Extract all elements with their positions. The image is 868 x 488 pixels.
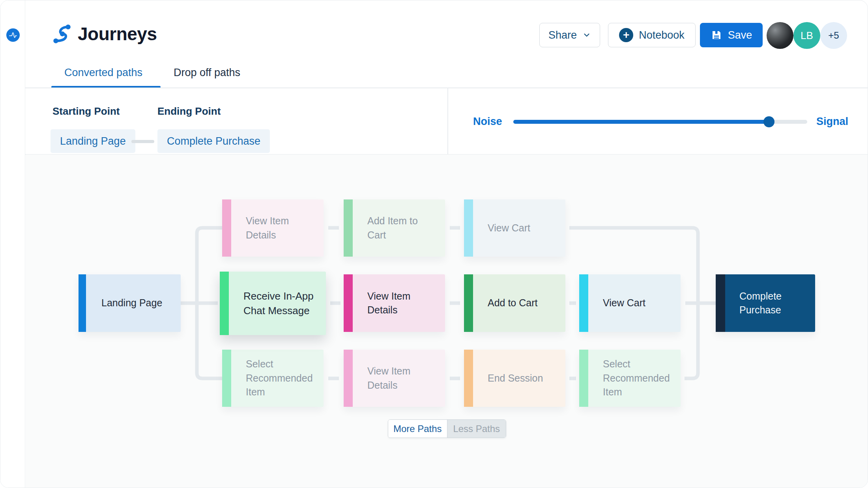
node-accent-bar <box>464 274 473 332</box>
node-label: View Item Details <box>367 289 439 317</box>
flow-node-view-item-details[interactable]: View Item Details <box>344 350 445 407</box>
flow-node-view-item-details[interactable]: View Item Details <box>344 274 445 332</box>
flow-node-view-cart[interactable]: View Cart <box>579 274 681 332</box>
node-accent-bar <box>222 199 231 257</box>
flow-node-select-recommended-item[interactable]: Select Recommended Item <box>222 350 324 407</box>
node-accent-bar <box>222 350 231 407</box>
flow-node-end-session[interactable]: End Session <box>464 350 565 407</box>
node-accent-bar <box>464 199 473 257</box>
node-accent-bar <box>579 274 588 332</box>
node-label: View Item Details <box>246 214 317 242</box>
flow-node-landing-page[interactable]: Landing Page <box>79 274 181 332</box>
node-label: View Item Details <box>367 364 439 392</box>
node-label: Landing Page <box>101 296 162 310</box>
node-accent-bar <box>220 272 229 335</box>
less-paths-button[interactable]: Less Paths <box>447 420 506 438</box>
flow-node-complete-purchase[interactable]: Complete Purchase <box>716 274 815 332</box>
node-accent-bar <box>579 350 588 407</box>
paths-toggle: More Paths Less Paths <box>388 419 506 438</box>
node-label: Select Recommended Item <box>246 357 317 399</box>
node-label: View Cart <box>603 296 645 310</box>
node-label: End Session <box>488 371 543 386</box>
node-accent-bar <box>344 274 353 332</box>
flow-node-add-to-cart[interactable]: Add to Cart <box>464 274 565 332</box>
flow-node-add-item-to-cart[interactable]: Add Item to Cart <box>344 199 445 257</box>
flow-node-view-cart[interactable]: View Cart <box>464 199 565 257</box>
flow-node-view-item-details[interactable]: View Item Details <box>222 199 324 257</box>
flow-node-select-recommended-item[interactable]: Select Recommended Item <box>579 350 681 407</box>
node-accent-bar <box>344 350 353 407</box>
more-paths-button[interactable]: More Paths <box>388 420 447 438</box>
journeys-app-window: Journeys Share + Notebook Save LB +5 Con… <box>0 0 868 488</box>
node-accent-bar <box>344 199 353 257</box>
node-label: Receive In-App Chat Message <box>243 289 320 318</box>
node-label: View Cart <box>488 221 530 235</box>
node-accent-bar <box>79 274 86 332</box>
node-label: Add Item to Cart <box>367 214 439 242</box>
node-accent-bar <box>464 350 473 407</box>
flow-node-receive-in-app-chat-message[interactable]: Receive In-App Chat Message <box>220 272 326 335</box>
node-accent-bar <box>716 274 725 332</box>
node-label: Add to Cart <box>488 296 537 310</box>
node-label: Select Recommended Item <box>603 357 674 399</box>
node-label: Complete Purchase <box>739 289 809 317</box>
